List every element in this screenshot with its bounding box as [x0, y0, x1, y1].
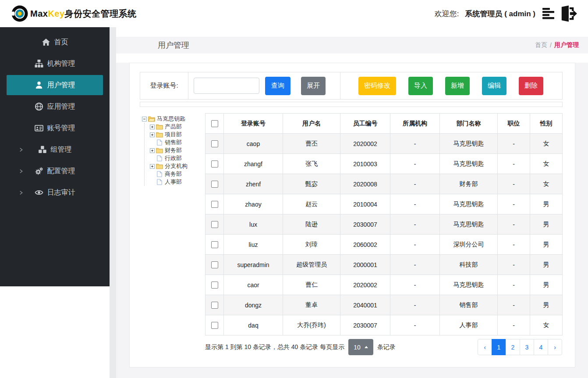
table-cell: caor	[224, 275, 283, 295]
row-select-cell	[205, 295, 224, 315]
table-cell: 马克思钥匙	[440, 214, 498, 235]
folder-icon	[156, 124, 163, 130]
delete-button[interactable]: 删除	[519, 77, 543, 95]
row-checkbox[interactable]	[211, 322, 218, 329]
page-button-2[interactable]: 2	[506, 339, 520, 355]
sidebar-item-user[interactable]: 用户管理	[7, 75, 103, 95]
add-button[interactable]: 新增	[445, 77, 470, 95]
page-button-3[interactable]: 3	[520, 339, 534, 355]
row-checkbox[interactable]	[211, 140, 218, 147]
table-cell: 2010004	[340, 194, 390, 214]
tree-node[interactable]: 马克思钥匙	[142, 115, 205, 123]
table-cell: caop	[224, 134, 283, 154]
page-size-button[interactable]: 10	[348, 339, 373, 355]
row-checkbox[interactable]	[211, 241, 218, 248]
table-cell: -	[498, 235, 530, 255]
row-checkbox[interactable]	[211, 201, 218, 208]
table-cell: 曹仁	[283, 275, 340, 295]
row-checkbox[interactable]	[211, 302, 218, 309]
search-input[interactable]	[194, 78, 259, 94]
tree-node[interactable]: 项目部	[150, 131, 205, 139]
row-checkbox[interactable]	[211, 261, 218, 268]
import-button[interactable]: 导入	[408, 77, 433, 95]
chevron-right-icon	[18, 147, 24, 152]
table-cell: 董卓	[283, 295, 340, 315]
content-wrapper: 登录账号: 查询 展开 密码修改导入新增编辑删除 马克思钥匙产品部项目部销售部财…	[116, 63, 588, 378]
sidebar-item-account[interactable]: 账号管理	[7, 118, 103, 138]
tree-expander-plus-icon[interactable]	[150, 148, 155, 153]
tree-expander-plus-icon[interactable]	[150, 164, 155, 169]
tree-node[interactable]: 分支机构	[150, 162, 205, 170]
table-cell: 马克思钥匙	[440, 134, 498, 154]
breadcrumb: 首页 / 用户管理	[535, 41, 579, 49]
table-cell: -	[390, 134, 440, 154]
table-cell: dongz	[224, 295, 283, 315]
table-cell: 2020002	[340, 275, 390, 295]
page-size-value: 10	[354, 344, 361, 351]
sidebar-item-label: 配置管理	[47, 167, 75, 176]
sidebar-item-app[interactable]: 应用管理	[7, 96, 103, 117]
table-cell: daq	[224, 315, 283, 335]
table-cell: 女	[530, 315, 563, 335]
tree-node[interactable]: 商务部	[150, 170, 205, 178]
logout-icon[interactable]	[559, 5, 577, 22]
search-label: 登录账号:	[140, 72, 188, 99]
search-toolbar: 登录账号: 查询 展开 密码修改导入新增编辑删除	[140, 72, 563, 100]
table-cell: -	[498, 154, 530, 174]
row-checkbox[interactable]	[211, 181, 218, 188]
row-checkbox[interactable]	[211, 282, 218, 289]
tree-children: 产品部项目部销售部财务部行政部分支机构商务部人事部	[144, 123, 205, 186]
expand-button[interactable]: 展开	[301, 77, 326, 95]
prev-page-button[interactable]: ‹	[478, 339, 492, 355]
breadcrumb-home[interactable]: 首页	[535, 41, 547, 49]
row-checkbox[interactable]	[211, 221, 218, 228]
table-cell: liuz	[224, 235, 283, 255]
pagination-summary-prefix: 显示第 1 到第 10 条记录，总共 40 条记录 每页显示	[205, 343, 344, 351]
tree-node[interactable]: 销售部	[150, 139, 205, 146]
table-cell: 马克思钥匙	[440, 194, 498, 214]
file-icon	[156, 171, 163, 177]
sidebar-item-group[interactable]: 组管理	[7, 139, 103, 160]
sidebar-item-home[interactable]: 首页	[7, 32, 103, 52]
tree-node[interactable]: 行政部	[150, 154, 205, 162]
sidebar-item-label: 日志审计	[47, 188, 75, 197]
tree-node[interactable]: 财务部	[150, 146, 205, 154]
page-button-4[interactable]: 4	[534, 339, 548, 355]
table-header-row: 登录账号用户名员工编号所属机构部门名称职位性别	[205, 114, 563, 134]
tree-node[interactable]: 产品部	[150, 123, 205, 131]
menu-lines-icon[interactable]	[542, 7, 556, 20]
sidebar-item-org[interactable]: 机构管理	[7, 53, 103, 74]
sidebar-item-label: 首页	[54, 38, 68, 47]
sidebar-item-config[interactable]: 配置管理	[7, 161, 103, 181]
content-gutter	[110, 27, 116, 378]
query-button[interactable]: 查询	[265, 77, 290, 95]
tree-expander-plus-icon[interactable]	[150, 125, 155, 129]
sidebar-item-label: 账号管理	[47, 124, 75, 133]
table-cell: lux	[224, 214, 283, 235]
table-cell: 甄宓	[283, 174, 340, 194]
table-row: daq大乔(乔玮)2030007-人事部-女	[205, 315, 563, 335]
edit-button[interactable]: 编辑	[482, 77, 507, 95]
table-cell: 财务部	[440, 174, 498, 194]
password-change-button[interactable]: 密码修改	[358, 77, 396, 95]
next-page-button[interactable]: ›	[548, 339, 562, 355]
tree-node-label: 商务部	[165, 170, 182, 178]
tree-expander-plus-icon[interactable]	[150, 132, 155, 137]
table-cell: 深圳分公司	[440, 235, 498, 255]
table-row: caor曹仁2020002-马克思钥匙-男	[205, 275, 563, 295]
tree-expander-minus-icon[interactable]	[142, 117, 147, 121]
card-body: 马克思钥匙产品部项目部销售部财务部行政部分支机构商务部人事部 登录账号用户名员工…	[140, 113, 563, 355]
brand: MaxKey身份安全管理系统	[11, 5, 137, 22]
row-checkbox[interactable]	[211, 160, 218, 168]
folder-icon	[156, 132, 163, 138]
row-select-cell	[205, 275, 224, 295]
tree-node[interactable]: 人事部	[150, 178, 205, 186]
tree-node-label: 销售部	[165, 139, 182, 146]
sidebar-item-audit[interactable]: 日志审计	[7, 182, 103, 203]
tree-node-label: 人事部	[165, 178, 182, 186]
page-button-1[interactable]: 1	[492, 339, 506, 355]
select-all-checkbox[interactable]	[211, 120, 218, 127]
table-cell: 2030007	[340, 315, 390, 335]
table-cell: 陆逊	[283, 214, 340, 235]
caret-up-icon	[365, 346, 368, 348]
